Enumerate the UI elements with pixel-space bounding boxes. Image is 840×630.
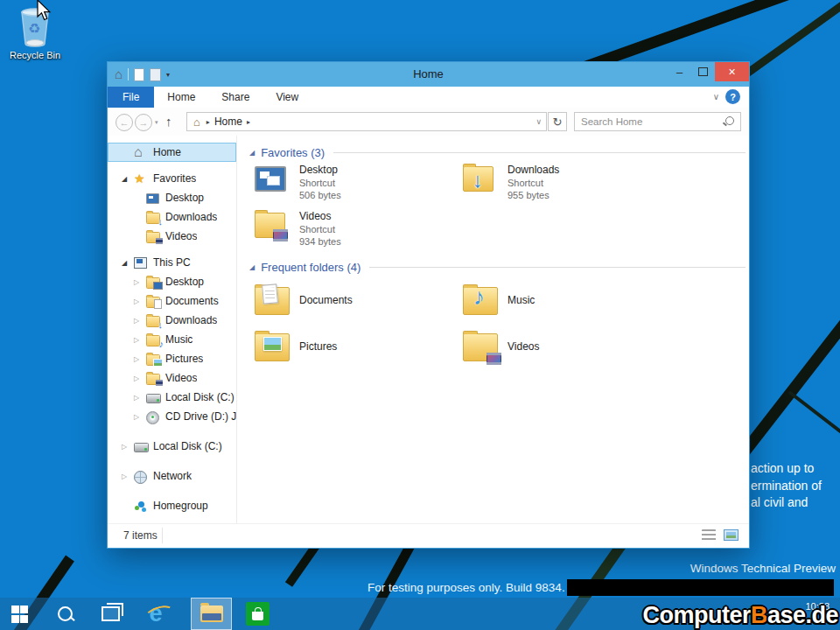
- sidebar-item-pc-documents[interactable]: ▷ Documents: [108, 291, 236, 311]
- search-box: [574, 112, 741, 131]
- sidebar-item-label: Homegroup: [153, 500, 208, 512]
- expander-closed-icon[interactable]: ▷: [134, 355, 146, 363]
- sidebar-item-label: Videos: [165, 372, 197, 384]
- expander-open-icon[interactable]: ◢: [122, 175, 134, 183]
- tab-view[interactable]: View: [262, 87, 312, 108]
- sidebar-item-videos[interactable]: Videos: [108, 227, 236, 246]
- expander-closed-icon[interactable]: ▷: [134, 413, 146, 421]
- watermark-build: For testing purposes only. Build 9834.: [368, 581, 565, 594]
- logo-accent: B: [751, 602, 767, 628]
- file-tile-downloads[interactable]: ↓ Downloads Shortcut 955 bytes: [463, 164, 669, 210]
- navigation-pane: ⌂ Home ◢ ★ Favorites Desktop ↓ Downloads: [108, 136, 237, 524]
- sidebar-item-pc-pictures[interactable]: ▷ Pictures: [108, 349, 236, 368]
- expander-closed-icon[interactable]: ▷: [134, 278, 146, 286]
- up-button[interactable]: ↑: [165, 114, 172, 129]
- folder-tile-videos[interactable]: Videos: [463, 324, 669, 370]
- file-tile-videos[interactable]: Videos Shortcut 934 bytes: [255, 210, 461, 256]
- breadcrumb-location[interactable]: Home: [214, 116, 242, 128]
- sidebar-item-downloads[interactable]: ↓ Downloads: [108, 207, 236, 227]
- sidebar-item-homegroup[interactable]: Homegroup: [108, 496, 236, 515]
- sidebar-item-favorites[interactable]: ◢ ★ Favorites: [108, 169, 236, 188]
- back-button[interactable]: ←: [116, 114, 133, 131]
- start-button[interactable]: [2, 598, 37, 630]
- file-explorer-taskbar-button[interactable]: [191, 598, 232, 630]
- search-input[interactable]: [575, 113, 724, 130]
- expander-open-icon[interactable]: ◢: [122, 259, 134, 267]
- sidebar-item-label: CD Drive (D:) JM1: [165, 410, 236, 423]
- tab-file[interactable]: File: [108, 87, 154, 108]
- sidebar-item-label: Pictures: [165, 353, 203, 365]
- maximize-button[interactable]: [691, 62, 715, 81]
- file-name: Videos: [299, 210, 341, 223]
- folder-tile-music[interactable]: ♪ Music: [463, 277, 669, 324]
- section-header-frequent-folders[interactable]: ◢ Frequent folders (4): [237, 259, 746, 275]
- file-tile-desktop[interactable]: Desktop Shortcut 506 bytes: [255, 164, 461, 210]
- expander-closed-icon[interactable]: ▷: [122, 472, 134, 480]
- sidebar-item-label: Videos: [165, 230, 197, 242]
- help-button[interactable]: ?: [725, 89, 740, 104]
- taskbar-search-button[interactable]: [47, 598, 82, 630]
- search-icon: [58, 606, 73, 621]
- large-icons-view-icon[interactable]: [724, 529, 738, 541]
- sidebar-item-pc-videos[interactable]: ▷ Videos: [108, 368, 236, 388]
- status-separator: [162, 528, 163, 543]
- sidebar-item-pc-downloads[interactable]: ▷ ↓ Downloads: [108, 311, 236, 330]
- recent-locations-icon[interactable]: ▾: [155, 119, 158, 126]
- computerbase-logo: ComputerBase.de: [642, 602, 838, 629]
- section-header-favorites[interactable]: ◢ Favorites (3): [237, 144, 746, 160]
- pictures-folder-icon: [146, 353, 161, 366]
- expander-closed-icon[interactable]: ▷: [134, 374, 146, 382]
- desktop: ♻ Recycle Bin action up to ermination of…: [0, 0, 840, 630]
- search-icon[interactable]: [725, 116, 734, 125]
- tab-share[interactable]: Share: [208, 87, 262, 108]
- store-taskbar-button[interactable]: [246, 602, 270, 626]
- documents-folder-icon: [255, 284, 291, 318]
- section-collapse-icon[interactable]: ◢: [249, 149, 255, 157]
- breadcrumb-separator-icon[interactable]: ▸: [206, 118, 210, 126]
- expander-closed-icon[interactable]: ▷: [134, 336, 146, 344]
- close-button[interactable]: ×: [715, 62, 749, 81]
- downloads-folder-icon: ↓: [146, 314, 161, 327]
- mouse-cursor: [37, 0, 54, 21]
- refresh-button[interactable]: ↻: [548, 112, 567, 131]
- sidebar-item-network[interactable]: ▷ Network: [108, 466, 236, 486]
- forward-button[interactable]: →: [135, 114, 152, 131]
- expand-ribbon-icon[interactable]: ∨: [713, 92, 719, 102]
- this-pc-icon: [134, 256, 149, 270]
- section-title[interactable]: Favorites (3): [261, 146, 325, 159]
- expander-closed-icon[interactable]: ▷: [134, 317, 146, 325]
- watermark-edition: Windows Technical Preview: [690, 562, 836, 575]
- expander-closed-icon[interactable]: ▷: [122, 443, 134, 451]
- sidebar-item-pc-music[interactable]: ▷ ♪ Music: [108, 330, 236, 349]
- sidebar-item-pc-cd-drive[interactable]: ▷ CD Drive (D:) JM1: [108, 407, 236, 426]
- expander-closed-icon[interactable]: ▷: [134, 394, 146, 402]
- breadcrumb-home-icon[interactable]: ⌂: [193, 116, 200, 129]
- window-titlebar[interactable]: ⌂ ▾ Home – ×: [108, 62, 749, 87]
- internet-explorer-button[interactable]: e: [138, 598, 173, 630]
- folder-tile-pictures[interactable]: Pictures: [255, 324, 461, 370]
- sidebar-item-desktop[interactable]: Desktop: [108, 188, 236, 207]
- expander-closed-icon[interactable]: ▷: [134, 298, 146, 305]
- breadcrumb-separator-icon[interactable]: ▸: [247, 118, 250, 126]
- desktop-shortcut-icon: [255, 164, 291, 199]
- file-type: Shortcut: [299, 177, 341, 189]
- tab-home[interactable]: Home: [154, 87, 208, 108]
- details-view-icon[interactable]: [702, 529, 716, 541]
- sidebar-item-local-disk[interactable]: ▷ Local Disk (C:): [108, 437, 236, 456]
- sidebar-item-this-pc[interactable]: ◢ This PC: [108, 253, 236, 272]
- minimize-button[interactable]: –: [668, 62, 691, 81]
- sidebar-item-pc-local-disk[interactable]: ▷ Local Disk (C:): [108, 388, 236, 407]
- section-collapse-icon[interactable]: ◢: [249, 263, 255, 271]
- folder-tile-documents[interactable]: Documents: [255, 277, 461, 324]
- sidebar-item-pc-desktop[interactable]: ▷ Desktop: [108, 272, 236, 291]
- section-title[interactable]: Frequent folders (4): [261, 261, 360, 274]
- task-view-button[interactable]: [93, 598, 128, 630]
- home-icon: ⌂: [134, 146, 149, 159]
- sidebar-item-home[interactable]: ⌂ Home: [108, 143, 236, 162]
- file-name: Downloads: [508, 164, 559, 177]
- music-folder-icon: ♪: [146, 333, 161, 346]
- address-breadcrumb-field[interactable]: ⌂ ▸ Home ▸ ∨: [186, 112, 547, 131]
- address-dropdown-icon[interactable]: ∨: [536, 117, 542, 126]
- recycle-bin-shortcut[interactable]: ♻ Recycle Bin: [4, 5, 66, 60]
- file-type: Shortcut: [508, 177, 559, 189]
